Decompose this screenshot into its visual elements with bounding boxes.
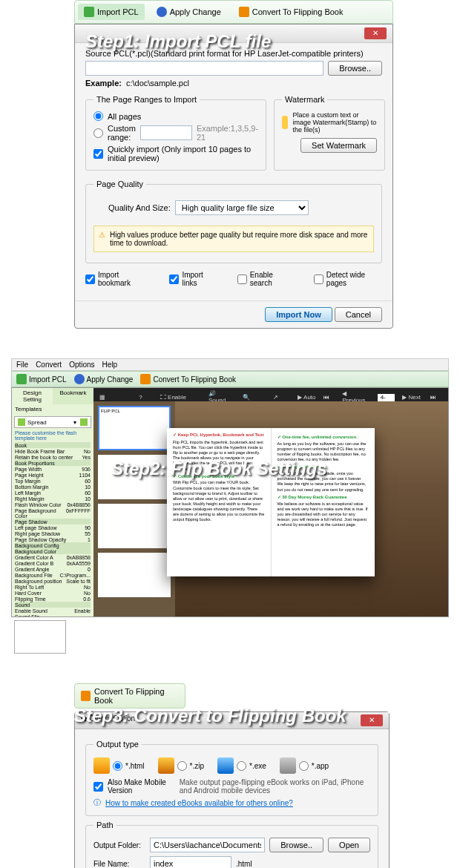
import-pcl-button[interactable]: Import PCL	[78, 4, 145, 20]
quickly-import-check[interactable]	[93, 149, 103, 159]
detect-wide-check[interactable]	[314, 274, 323, 284]
watermark-icon	[282, 116, 288, 129]
convert-icon	[81, 691, 91, 701]
ranges-legend: The Page Ranges to Import	[93, 95, 200, 104]
menu-convert[interactable]: Convert	[36, 361, 62, 369]
example-label: Example:	[85, 79, 122, 88]
thumb-3[interactable]	[98, 504, 171, 548]
zip-radio[interactable]	[177, 761, 187, 771]
mini-canvas	[14, 620, 66, 654]
import-dialog: ✕ Source PCL(*.pcl)(Standard print forma…	[74, 24, 393, 329]
menu-options[interactable]: Options	[69, 361, 94, 369]
custom-range-radio[interactable]	[93, 128, 103, 138]
zip-icon	[158, 757, 174, 774]
import-links-check[interactable]	[169, 274, 179, 284]
step3-label: Step3: Convert to Flipping Book	[74, 706, 346, 726]
menu-help[interactable]: Help	[102, 361, 118, 369]
filename-input[interactable]	[150, 856, 231, 868]
refresh-icon	[157, 7, 167, 17]
template-select[interactable]: Spread▾	[14, 416, 91, 428]
import-links-label: Import links	[182, 271, 216, 287]
zip-label: *.zip	[190, 762, 204, 770]
toolbar-2: Import PCL Apply Change Convert To Flipp…	[11, 371, 449, 387]
output-dialog: ✿ Output Option ✕ Output type *.html *.z…	[74, 711, 390, 868]
set-watermark-button[interactable]: Set Watermark	[300, 138, 377, 153]
import-bookmark-check[interactable]	[85, 274, 95, 284]
exe-label: *.exe	[249, 762, 266, 770]
browse-button[interactable]: Browse..	[328, 61, 382, 76]
how-link[interactable]: How to make created eBooks available for…	[105, 799, 293, 807]
convert-icon	[239, 7, 249, 17]
html-radio[interactable]	[113, 761, 122, 771]
convert-toolbar-button[interactable]: Convert To Flipping Book	[74, 683, 185, 708]
menubar: File Convert Options Help	[11, 358, 449, 371]
settings-panel: Design Setting Bookmark Templates Spread…	[12, 388, 93, 617]
path-legend: Path	[93, 821, 116, 829]
type-legend: Output type	[93, 740, 142, 749]
close-icon[interactable]: ✕	[361, 714, 383, 726]
quickly-import-label: Quickly import (Only import 10 pages to …	[108, 145, 258, 162]
settings-tree[interactable]: BookHide Book Frame BarNoRetain the book…	[12, 441, 93, 617]
app-label: *.app	[312, 762, 329, 770]
all-pages-label: All pages	[108, 112, 141, 121]
exe-radio[interactable]	[237, 761, 246, 771]
apply-change-button[interactable]: Apply Change	[151, 4, 227, 20]
convert-icon	[140, 374, 151, 384]
menu-file[interactable]: File	[16, 361, 28, 369]
custom-range-input[interactable]	[140, 125, 192, 140]
quality-label: Quality And Size:	[108, 203, 171, 212]
enable-search-check[interactable]	[237, 274, 247, 284]
custom-range-label: Custom range:	[108, 124, 136, 142]
app-icon	[280, 757, 296, 774]
preview-area: ▦ Thumbnails ? Help ⛶ Enable FullScreen …	[93, 388, 448, 617]
example-value: c:\doc\sample.pcl	[126, 79, 189, 88]
templates-label: Templates	[12, 404, 93, 414]
output-folder-input[interactable]	[150, 838, 265, 852]
watermark-text: Place a custom text or image Watermark(S…	[292, 111, 377, 134]
thumb-4[interactable]	[98, 553, 171, 597]
browse-folder-button[interactable]: Browse..	[269, 838, 323, 852]
tb2-convert[interactable]: Convert To Flipping Book	[140, 374, 236, 384]
watermark-legend: Watermark	[282, 95, 327, 104]
quality-select[interactable]: High quality large file size	[175, 200, 309, 215]
folder-label: Output Folder:	[93, 841, 145, 849]
main-toolbar: Import PCL Apply Change Convert To Flipp…	[74, 0, 393, 24]
enable-search-label: Enable search	[250, 271, 293, 287]
html-icon	[93, 757, 110, 774]
all-pages-radio[interactable]	[93, 111, 103, 121]
import-icon	[16, 374, 27, 384]
tb2-apply[interactable]: Apply Change	[74, 374, 134, 384]
step2-label: Step2: Flip Book Settings	[111, 458, 327, 479]
cancel-button[interactable]: Cancel	[335, 307, 382, 322]
import-icon	[84, 7, 94, 17]
mobile-text: Make output page-flipping eBook works on…	[180, 778, 370, 795]
close-icon[interactable]: ✕	[364, 27, 387, 39]
path-fieldset: Path Output Folder: Browse.. Open File N…	[85, 821, 378, 868]
warning-icon: ⚠	[99, 231, 105, 247]
open-folder-button[interactable]: Open	[328, 838, 370, 852]
flipbook-preview[interactable]: ✓ Keep PCL Hyperlink, Bookmark and Text …	[167, 428, 375, 576]
range-example: Example:1,3,5,9-21	[197, 124, 258, 142]
convert-button[interactable]: Convert To Flipping Book	[233, 4, 349, 20]
mobile-check[interactable]	[93, 782, 103, 792]
detect-wide-label: Detect wide pages	[326, 271, 382, 287]
quality-legend: Page Quality	[93, 180, 146, 188]
file-ext: .html	[236, 860, 252, 868]
output-type-fieldset: Output type *.html *.zip *.exe *.app Als…	[85, 740, 378, 816]
tab-bookmark[interactable]: Bookmark	[53, 388, 93, 404]
template-opt-icon	[80, 418, 88, 426]
thumb-1[interactable]: FLIP PCL	[98, 406, 171, 450]
exe-icon	[217, 757, 234, 774]
import-now-button[interactable]: Import Now	[265, 307, 332, 322]
source-input[interactable]	[85, 61, 323, 76]
html-label: *.html	[125, 762, 145, 770]
filename-label: File Name:	[93, 860, 145, 868]
import-bookmark-label: Import bookmark	[98, 271, 148, 287]
tb2-import[interactable]: Import PCL	[16, 374, 67, 384]
app-radio[interactable]	[299, 761, 309, 771]
info-icon: ⓘ	[93, 798, 101, 808]
tab-design[interactable]: Design Setting	[12, 388, 53, 404]
template-note: Please customise the flash template here	[12, 430, 93, 441]
refresh-icon	[74, 374, 85, 384]
template-icon	[18, 418, 25, 426]
